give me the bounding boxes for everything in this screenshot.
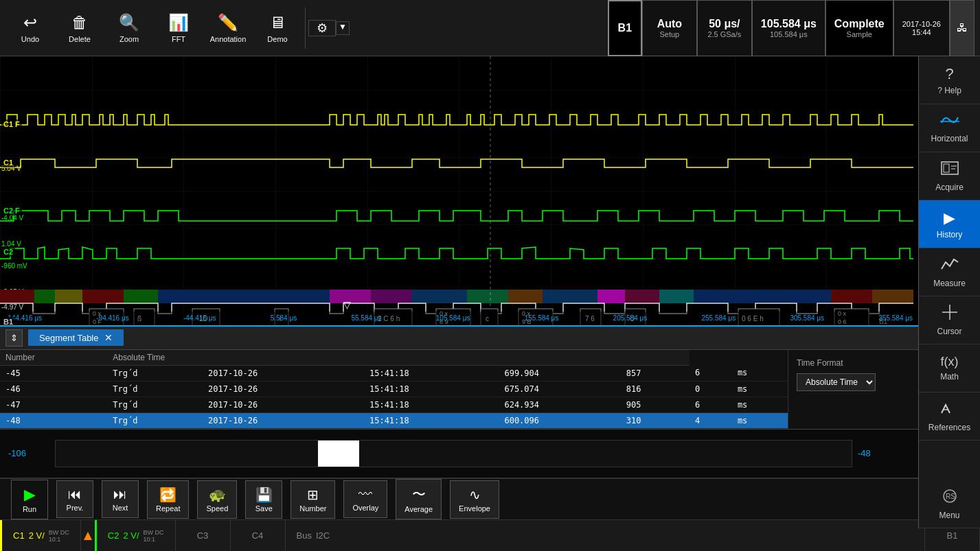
menu-icon: RS: [940, 489, 959, 508]
channel-c1[interactable]: C1 2 V/ BW DC10:1: [0, 520, 81, 551]
average-button[interactable]: 〜 Average: [396, 479, 442, 519]
channel-c2[interactable]: C2 2 V/ BW DC10:1: [95, 520, 176, 551]
svg-text:RS: RS: [946, 493, 955, 500]
timeline-track[interactable]: [55, 440, 852, 467]
row-time: 15:41:18: [364, 412, 499, 428]
dropdown-arrow[interactable]: ▼: [336, 21, 350, 35]
envelope-button[interactable]: ∿ Envelope: [450, 480, 499, 519]
math-label: Math: [940, 372, 959, 382]
svg-rect-1: [34, 290, 55, 303]
demo-label: Demo: [267, 35, 287, 43]
annotation-label: Annotation: [210, 35, 247, 43]
gear-button[interactable]: ⚙: [308, 20, 336, 36]
table-body: -45 Trg´d 2017-10-26 15:41:18 699.904 85…: [0, 365, 788, 428]
b1-channel-label: B1: [947, 530, 958, 541]
undo-button[interactable]: ↩ Undo: [5, 3, 55, 53]
save-button[interactable]: 💾 Save: [245, 480, 282, 519]
annotation-icon: ✏️: [218, 13, 238, 32]
row-unit: ms: [732, 381, 788, 397]
channel-bar: C1 2 V/ BW DC10:1 C2 2 V/ BW DC10:1 C3 C…: [0, 519, 980, 551]
gear-icon: ⚙: [317, 21, 328, 36]
overlay-icon: 〰: [358, 486, 372, 502]
zoom-button[interactable]: 🔍 Zoom: [104, 3, 154, 53]
table-row[interactable]: -48 Trg´d 2017-10-26 15:41:18 600.096 31…: [0, 412, 788, 428]
svg-rect-2: [55, 290, 82, 303]
sidebar-item-history[interactable]: ▶ History: [919, 200, 980, 248]
speed-button[interactable]: 🐢 Speed: [197, 480, 237, 519]
sidebar-item-menu[interactable]: RS Menu: [919, 480, 980, 528]
sidebar-item-acquire[interactable]: Acquire: [919, 152, 980, 200]
sidebar-item-math[interactable]: f(x) Math: [919, 344, 980, 392]
table-row[interactable]: -45 Trg´d 2017-10-26 15:41:18 699.904 85…: [0, 365, 788, 381]
c1-arrow: [81, 520, 95, 551]
trigger-arrow: ▽: [343, 299, 351, 310]
row-date: 2017-10-26: [203, 365, 364, 381]
row-number: -46: [0, 381, 107, 397]
undo-label: Undo: [21, 35, 39, 43]
timebase-cell[interactable]: 50 μs/ 2.5 GSa/s: [697, 0, 752, 56]
timeline-area: -106 -48 0: [0, 430, 980, 478]
prev-button[interactable]: ⏮ Prev.: [56, 480, 93, 518]
segment-data-table: Number Absolute Time -45 Trg´d 2017-10-2…: [0, 350, 788, 429]
row-date: 2017-10-26: [203, 412, 364, 428]
table-content: Number Absolute Time -45 Trg´d 2017-10-2…: [0, 350, 980, 429]
segment-table-tab[interactable]: Segment Table ✕: [28, 329, 124, 346]
zoom-icon: 🔍: [119, 13, 139, 32]
channel-c3[interactable]: C3: [176, 520, 231, 551]
b1-cell[interactable]: B1: [608, 0, 642, 56]
demo-icon: 🖥: [269, 13, 286, 32]
bottom-controls: ▶ Run ⏮ Prev. ⏭ Next 🔁 Repeat 🐢 Speed 💾: [0, 478, 980, 519]
repeat-button[interactable]: 🔁 Repeat: [147, 480, 189, 519]
time-offset-cell[interactable]: 105.584 μs 105.584 μs: [752, 0, 825, 56]
row-v2: 905: [621, 397, 690, 412]
run-label: Run: [23, 505, 36, 513]
row-value: 624.934: [499, 397, 620, 412]
time-label-5: 105.584 μs: [436, 314, 470, 322]
sample-label: Sample: [847, 30, 872, 38]
c1-label: C1: [1, 158, 15, 167]
sidebar-item-references[interactable]: References: [919, 392, 980, 441]
channel-bus[interactable]: Bus I2C: [286, 520, 926, 551]
sidebar-item-measure[interactable]: Measure: [919, 248, 980, 296]
c2-waveform: [0, 247, 913, 259]
speed-icon: 🐢: [209, 486, 226, 503]
run-button[interactable]: ▶ Run: [11, 480, 48, 519]
save-label: Save: [255, 504, 273, 513]
sidebar-item-help[interactable]: ? ? Help: [919, 56, 980, 104]
network-icon[interactable]: 🖧: [950, 0, 975, 56]
sidebar-item-cursor[interactable]: Cursor: [919, 296, 980, 344]
svg-rect-12: [597, 290, 625, 303]
channel-c4[interactable]: C4: [231, 520, 286, 551]
c2f-waveform: [0, 211, 913, 221]
time-axis: -144.416 μs -94.416 μs -44.416 μs 5.584 …: [0, 312, 918, 325]
sidebar-item-horizontal[interactable]: Horizontal: [919, 104, 980, 152]
time-format-select[interactable]: Absolute TimeRelative TimeDelta Time: [797, 373, 876, 391]
table-row[interactable]: -47 Trg´d 2017-10-26 15:41:18 624.934 90…: [0, 397, 788, 412]
average-label: Average: [404, 505, 433, 513]
run-icon: ▶: [24, 486, 36, 504]
datetime-cell: 2017-10-26 15:44: [893, 0, 950, 56]
row-time: 15:41:18: [364, 365, 499, 381]
zoom-label: Zoom: [119, 35, 139, 43]
table-scroll-button[interactable]: ⇕: [5, 329, 23, 347]
trigger-cell[interactable]: Auto Setup: [642, 0, 697, 56]
table-close-icon[interactable]: ✕: [104, 332, 113, 343]
row-value: 600.096: [499, 412, 620, 428]
delete-button[interactable]: 🗑 Delete: [55, 3, 104, 53]
row-type: Trg´d: [107, 365, 203, 381]
fft-button[interactable]: 📊 FFT: [154, 3, 203, 53]
row-number: -45: [0, 365, 107, 381]
number-button[interactable]: ⊞ Number: [290, 480, 335, 519]
svg-rect-9: [467, 290, 508, 303]
next-button[interactable]: ⏭ Next: [102, 480, 139, 518]
complete-cell[interactable]: Complete Sample: [825, 0, 893, 56]
trigger-label: Auto: [657, 18, 682, 30]
demo-button[interactable]: 🖥 Demo: [253, 3, 302, 53]
annotation-button[interactable]: ✏️ Annotation: [203, 3, 253, 53]
row-v3: 6: [690, 365, 732, 381]
overlay-button[interactable]: 〰 Overlay: [343, 480, 387, 518]
time-label-10: 355.584 μs: [878, 314, 913, 322]
table-row[interactable]: -46 Trg´d 2017-10-26 15:41:18 675.074 81…: [0, 381, 788, 397]
math-icon: f(x): [941, 355, 959, 369]
speed-label: Speed: [206, 504, 228, 513]
